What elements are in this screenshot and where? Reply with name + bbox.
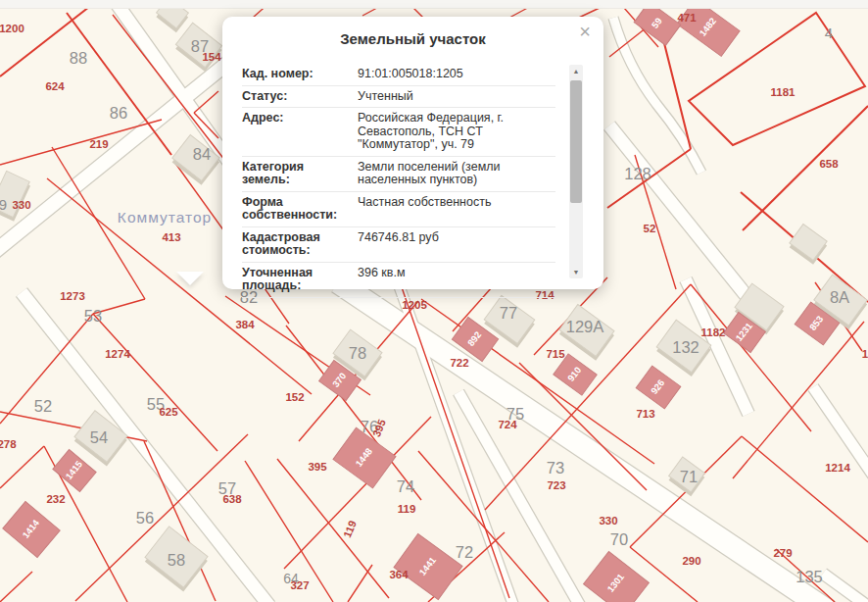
parcel-number-red: 290 bbox=[682, 555, 700, 567]
parcel-number-gray: 135 bbox=[796, 568, 823, 585]
top-strip bbox=[0, 0, 868, 9]
parcel-number-red: 395 bbox=[308, 461, 327, 473]
parcel-number-red: 625 bbox=[159, 406, 178, 418]
parcel-number-red: 327 bbox=[290, 579, 309, 591]
parcel-number-red: 413 bbox=[162, 231, 180, 243]
parcel-boundary bbox=[67, 13, 171, 155]
popup-field-value: 396 кв.м bbox=[358, 265, 555, 295]
parcel-number-red: 364 bbox=[389, 569, 409, 580]
scroll-up-icon[interactable]: ▲ bbox=[569, 65, 583, 77]
popup-field-value: Земли поселений (земли населенных пункто… bbox=[358, 159, 555, 189]
cadastral-map-app: 3708929109261448144114151414130185312311… bbox=[0, 0, 868, 602]
parcel-number-gray: 78 bbox=[349, 344, 366, 362]
parcel-number-gray: 129A bbox=[566, 318, 604, 335]
popup-field-label: Адрес: bbox=[242, 110, 358, 154]
parcel-boundary bbox=[0, 446, 44, 488]
close-icon[interactable]: × bbox=[574, 19, 596, 44]
parcel-number-gray: 58 bbox=[168, 551, 185, 569]
parcel-boundary bbox=[348, 565, 372, 602]
parcel-number-red: 152 bbox=[285, 391, 304, 403]
parcel-number-red: 52 bbox=[644, 223, 656, 234]
parcel-number-red: 330 bbox=[12, 199, 30, 211]
parcel-number-red: 384 bbox=[235, 319, 255, 330]
parcel-number-gray: 132 bbox=[672, 338, 699, 356]
popup-scrollbar[interactable]: ▲ ▼ bbox=[569, 65, 583, 278]
parcel-number-red: 219 bbox=[89, 138, 108, 150]
parcel-number-red: 471 bbox=[677, 12, 697, 24]
parcel-number-gray: 86 bbox=[110, 104, 127, 122]
popup-row: Адрес:Российская Федерация, г. Севастопо… bbox=[242, 108, 555, 157]
popup-field-label: Статус: bbox=[242, 88, 358, 106]
parcel-number-gray: 88 bbox=[70, 49, 87, 67]
popup-field-value: 746746.81 руб bbox=[358, 229, 555, 260]
parcel-number-gray: 56 bbox=[136, 509, 154, 527]
parcel-number-gray: 71 bbox=[680, 468, 698, 485]
popup-field-label: Форма собственности: bbox=[242, 194, 358, 225]
popup-field-value: 91:01:005018:1205 bbox=[358, 66, 555, 83]
parcel-boundary bbox=[0, 572, 32, 602]
parcel-number-red-rotated: 119 bbox=[341, 519, 359, 539]
parcel-number-red: 724 bbox=[498, 419, 517, 430]
parcel-boundary bbox=[743, 106, 868, 230]
parcel-boundary bbox=[742, 436, 868, 542]
parcel-number-red: 279 bbox=[773, 547, 792, 559]
parcel-number-red: 722 bbox=[450, 357, 468, 369]
popup-field-value: Частная собственность bbox=[358, 194, 555, 225]
parcel-number-red: 154 bbox=[202, 51, 221, 63]
parcel-number-red: 1205 bbox=[402, 299, 427, 311]
parcel-number-gray: 54 bbox=[90, 428, 108, 446]
popup-field-label: Кад. номер: bbox=[242, 66, 358, 83]
parcel-number-red: 1274 bbox=[105, 348, 130, 360]
parcel-number-red: 1273 bbox=[60, 290, 85, 302]
parcel-number-gray: 74 bbox=[397, 477, 414, 495]
popup-rows: Кад. номер:91:01:005018:1205Статус:Учтен… bbox=[242, 64, 555, 298]
parcel-number-gray: 52 bbox=[34, 397, 52, 415]
parcel-number-red: 638 bbox=[222, 493, 242, 505]
parcel-number-red: 715 bbox=[546, 348, 565, 360]
parcel-number-red: 658 bbox=[819, 158, 839, 170]
parcel-number-red: 1181 bbox=[771, 86, 796, 98]
parcel-number-gray: 84 bbox=[193, 145, 211, 163]
parcel-number-red: 119 bbox=[398, 503, 416, 515]
popup-field-label: Уточненная площадь: bbox=[242, 265, 358, 295]
parcel-number-red: 1182 bbox=[701, 326, 726, 338]
parcel-number-red: 723 bbox=[547, 479, 565, 491]
parcel-number-gray: 70 bbox=[610, 530, 628, 548]
parcel-number-gray: 9 bbox=[0, 196, 7, 213]
parcel-number-red: 330 bbox=[599, 515, 617, 527]
parcel-number-gray: 53 bbox=[84, 307, 102, 325]
popup-field-value: Российская Федерация, г. Севастополь, ТС… bbox=[358, 110, 555, 154]
parcel-number-red: 624 bbox=[45, 80, 65, 92]
parcel-number-gray: 77 bbox=[500, 304, 517, 322]
popup-row: Уточненная площадь:396 кв.м bbox=[242, 263, 555, 298]
popup-tail bbox=[176, 272, 204, 285]
parcel-number-red: 278 bbox=[0, 438, 17, 450]
parcel-number-red: 1214 bbox=[825, 462, 850, 474]
parcel-number-gray: 4 bbox=[825, 25, 833, 41]
parcel-info-popup: × Земельный участок Кад. номер:91:01:005… bbox=[222, 17, 603, 289]
place-label: Коммутатор bbox=[118, 209, 212, 226]
popup-row: Кадастровая стоимость:746746.81 руб bbox=[242, 227, 555, 263]
parcel-number-red: 1 bbox=[862, 348, 868, 360]
popup-row: Форма собственности:Частная собственност… bbox=[242, 192, 555, 227]
parcel-number-gray: 128 bbox=[624, 165, 651, 182]
parcel-number-red: 232 bbox=[46, 493, 65, 505]
popup-row: Кад. номер:91:01:005018:1205 bbox=[242, 64, 555, 86]
parcel-number-red: 1200 bbox=[0, 23, 24, 34]
road-surface bbox=[22, 292, 269, 602]
popup-field-label: Категория земель: bbox=[242, 159, 358, 189]
scrollbar-thumb[interactable] bbox=[570, 80, 582, 203]
popup-row: Статус:Учтенный bbox=[242, 86, 555, 109]
scroll-down-icon[interactable]: ▼ bbox=[569, 266, 583, 278]
popup-field-value: Учтенный bbox=[358, 88, 555, 106]
parcel-number-gray: 8A bbox=[830, 288, 849, 306]
parcel-number-gray: 73 bbox=[547, 459, 564, 477]
parcel-number-red: 713 bbox=[636, 408, 654, 420]
parcel-number-gray: 72 bbox=[456, 543, 473, 561]
road-surface bbox=[609, 125, 747, 296]
popup-title: Земельный участок bbox=[222, 30, 603, 47]
popup-field-label: Кадастровая стоимость: bbox=[242, 229, 358, 260]
popup-row: Категория земель:Земли поселений (земли … bbox=[242, 157, 555, 192]
building bbox=[788, 224, 829, 264]
